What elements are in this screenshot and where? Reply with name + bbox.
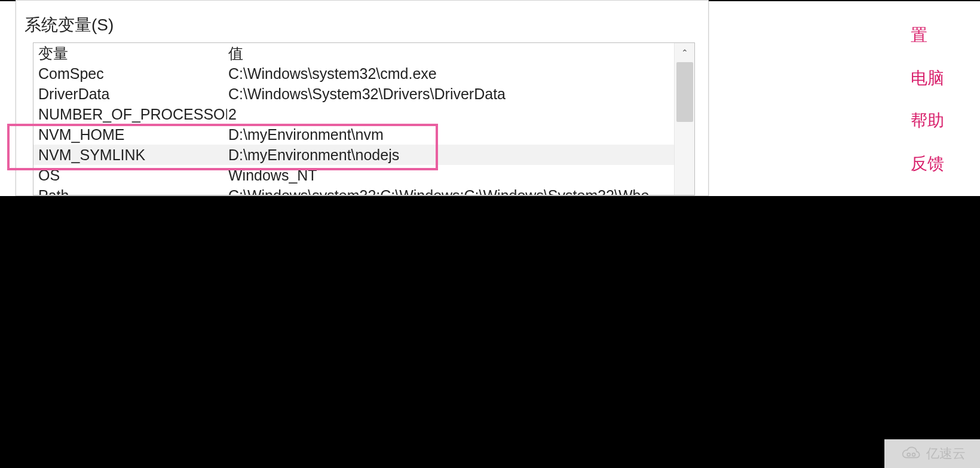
- list-body: 变量 值 ComSpec C:\Windows\system32\cmd.exe…: [33, 43, 674, 195]
- table-row[interactable]: NVM_HOME D:\myEnvironment\nvm: [33, 124, 674, 145]
- chevron-up-icon: ⌃: [681, 48, 688, 57]
- vertical-scrollbar[interactable]: ⌃: [674, 43, 694, 195]
- var-value: 2: [227, 106, 674, 123]
- var-value: C:\Windows\system32\cmd.exe: [227, 65, 674, 82]
- bg-link[interactable]: 帮助: [911, 111, 944, 131]
- background-links: 置 电脑 帮助 反馈: [911, 25, 944, 173]
- watermark-text: 亿速云: [926, 445, 966, 463]
- svg-point-1: [912, 453, 915, 456]
- bg-link[interactable]: 置: [911, 25, 944, 45]
- table-row[interactable]: NUMBER_OF_PROCESSORS 2: [33, 104, 674, 124]
- table-row[interactable]: NVM_SYMLINK D:\myEnvironment\nodejs: [33, 145, 674, 165]
- column-header-name[interactable]: 变量: [33, 44, 227, 63]
- bg-link[interactable]: 电脑: [911, 68, 944, 88]
- var-name: ComSpec: [33, 65, 227, 82]
- column-header-value[interactable]: 值: [227, 44, 674, 63]
- environment-variables-dialog: 系统变量(S) 变量 值 ComSpec C:\Windows\system32…: [16, 0, 709, 196]
- var-value: Windows_NT: [227, 167, 674, 184]
- var-name: NVM_HOME: [33, 126, 227, 143]
- var-value: D:\myEnvironment\nvm: [227, 126, 674, 143]
- var-value: C:\Windows\System32\Drivers\DriverData: [227, 85, 674, 103]
- system-variables-list[interactable]: 变量 值 ComSpec C:\Windows\system32\cmd.exe…: [33, 42, 695, 195]
- var-name: NUMBER_OF_PROCESSORS: [33, 106, 227, 123]
- var-name: DriverData: [33, 85, 227, 103]
- var-value: C:\Windows\system32;C:\Windows;C:\Window…: [227, 187, 674, 195]
- scroll-up-button[interactable]: ⌃: [675, 43, 694, 62]
- var-name: Path: [33, 187, 227, 195]
- table-row[interactable]: DriverData C:\Windows\System32\Drivers\D…: [33, 84, 674, 104]
- var-name: OS: [33, 167, 227, 184]
- table-row[interactable]: OS Windows_NT: [33, 165, 674, 185]
- table-row[interactable]: ComSpec C:\Windows\system32\cmd.exe: [33, 63, 674, 84]
- scroll-thumb[interactable]: [676, 62, 693, 122]
- table-row[interactable]: Path C:\Windows\system32;C:\Windows;C:\W…: [33, 185, 674, 195]
- system-variables-label: 系统变量(S): [24, 14, 114, 36]
- bg-link[interactable]: 反馈: [911, 154, 944, 174]
- var-value: D:\myEnvironment\nodejs: [227, 146, 674, 164]
- column-header-row[interactable]: 变量 值: [33, 43, 674, 63]
- watermark: 亿速云: [884, 439, 980, 468]
- var-name: NVM_SYMLINK: [33, 146, 227, 164]
- cloud-icon: [899, 445, 923, 462]
- svg-point-0: [907, 453, 910, 456]
- scroll-track[interactable]: [675, 62, 694, 195]
